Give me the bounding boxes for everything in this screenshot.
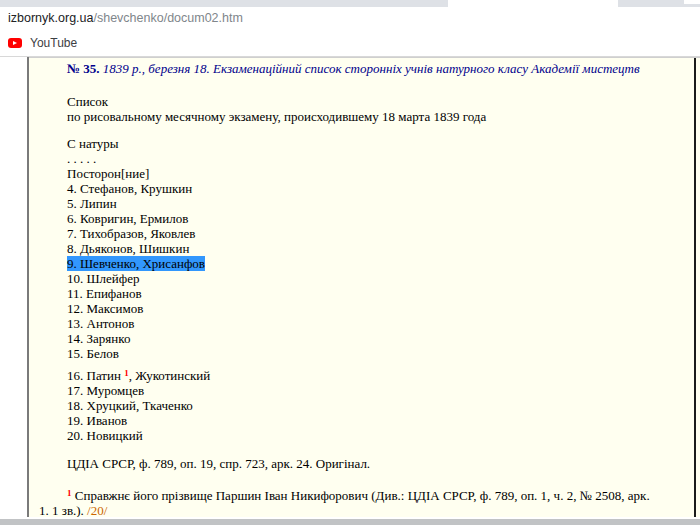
list-item: 8. Дьяконов, Шишкин xyxy=(67,241,692,256)
list-item: 4. Стефанов, Крушкин xyxy=(67,181,692,196)
page-marker: /20/ xyxy=(87,503,107,517)
bookmark-label: YouTube xyxy=(30,36,77,50)
footnote: 1 Справжнє його прізвище Паршин Іван Ник… xyxy=(39,488,692,517)
list-item-highlighted: 9. Шевченко, Хрисанфов xyxy=(67,256,692,271)
list-item: 13. Антонов xyxy=(67,316,692,331)
document-page: № 35. 1839 р., березня 18. Екзаменаційни… xyxy=(29,57,700,517)
document-body: № 35. 1839 р., березня 18. Екзаменаційни… xyxy=(67,61,692,471)
footnote-text: Справжнє його прізвище Паршин Іван Никиф… xyxy=(75,488,650,503)
youtube-icon xyxy=(8,38,22,48)
url-domain: izbornyk.org.ua xyxy=(8,11,93,25)
list-block-1: С натуры . . . . . Посторон[ние] 4. Стеф… xyxy=(67,136,692,361)
list-item: 20. Новицкий xyxy=(67,428,692,443)
list-item-pre: 16. Патин xyxy=(67,368,121,383)
intro-line: Список xyxy=(67,94,692,109)
list-item: 12. Максимов xyxy=(67,301,692,316)
list-item: . . . . . xyxy=(67,151,692,166)
title-text: 1839 р., березня 18. Екзаменаційний спис… xyxy=(103,61,640,76)
active-tab[interactable] xyxy=(448,0,618,7)
list-item: Посторон[ние] xyxy=(67,166,692,181)
url-path: /shevchenko/docum02.htm xyxy=(93,11,242,25)
list-item: 14. Зарянко xyxy=(67,331,692,346)
list-item: 11. Епифанов xyxy=(67,286,692,301)
list-item: С натуры xyxy=(67,136,692,151)
title-number: № 35. xyxy=(67,61,100,76)
page-frame: № 35. 1839 р., березня 18. Екзаменаційни… xyxy=(0,57,700,517)
list-item: 15. Белов xyxy=(67,346,692,361)
document-title: № 35. 1839 р., березня 18. Екзаменаційни… xyxy=(67,61,692,76)
list-item-with-footnote: 16. Патин 1, Жукотинский xyxy=(67,368,692,383)
page-right-border xyxy=(694,58,696,517)
tab-strip xyxy=(0,0,700,7)
intro-line: по рисовальному месячному экзамену, прои… xyxy=(67,109,692,124)
list-item: 19. Иванов xyxy=(67,413,692,428)
bookmarks-bar: YouTube xyxy=(0,29,700,57)
list-item: 7. Тихобразов, Яковлев xyxy=(67,226,692,241)
list-item: 18. Хруцкий, Ткаченко xyxy=(67,398,692,413)
url-text[interactable]: izbornyk.org.ua/shevchenko/docum02.htm xyxy=(8,11,243,25)
footnote-text: 1. 1 зв.). xyxy=(39,503,84,517)
footnote-marker: 1 xyxy=(67,488,72,498)
bookmark-youtube[interactable]: YouTube xyxy=(8,35,77,51)
partial-tab[interactable] xyxy=(684,0,700,4)
left-frame-margin xyxy=(0,57,27,517)
intro-paragraph: Список по рисовальному месячному экзамен… xyxy=(67,94,692,124)
archive-reference: ЦДІА СРСР, ф. 789, оп. 19, спр. 723, арк… xyxy=(67,456,692,471)
list-item-post: , Жукотинский xyxy=(129,368,211,383)
list-item: 17. Муромцев xyxy=(67,383,692,398)
url-bar[interactable]: izbornyk.org.ua/shevchenko/docum02.htm xyxy=(0,7,700,29)
list-item: 10. Шлейфер xyxy=(67,271,692,286)
list-item: 6. Ковригин, Ермилов xyxy=(67,211,692,226)
text-selection: 9. Шевченко, Хрисанфов xyxy=(67,256,205,271)
list-block-2: 16. Патин 1, Жукотинский 17. Муромцев 18… xyxy=(67,368,692,443)
list-item: 5. Липин xyxy=(67,196,692,211)
horizontal-scrollbar[interactable] xyxy=(0,519,700,525)
